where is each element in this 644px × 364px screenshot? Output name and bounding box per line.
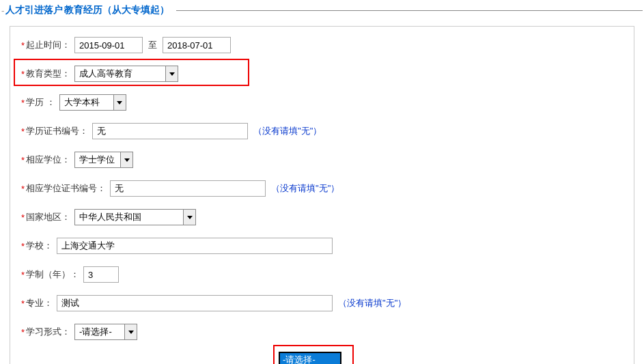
page-header: - 人才引进落户 教育经历（从大专填起） [0,0,644,19]
required-marker: * [21,155,25,165]
xuewei-cert-input[interactable] [110,180,266,197]
country-value: 中华人民共和国 [75,211,183,223]
required-marker: * [21,69,25,79]
study-form-value: -请选择- [75,326,124,338]
row-edu-type: * 教育类型： 成人高等教育 [21,65,623,83]
study-form-select[interactable]: -请选择- [74,324,137,340]
hint-none-2: （没有请填"无"） [271,182,339,195]
chevron-down-icon [113,95,126,110]
label-country: 国家地区： [26,211,70,223]
dropdown-option-placeholder[interactable]: -请选择- [280,353,340,364]
chevron-down-icon [165,66,178,81]
chevron-down-icon [120,152,132,167]
degree-value: 大学本科 [60,96,113,109]
required-marker: * [21,40,25,51]
degree-cert-input[interactable] [92,123,248,139]
row-country: * 国家地区： 中华人民共和国 [21,208,623,226]
label-to: 至 [148,39,157,51]
degree-select[interactable]: 大学本科 [59,94,126,111]
prior-zhuanke-dropdown[interactable]: -请选择- 否 是 [279,352,341,364]
required-marker: * [21,270,25,280]
row-degree-cert: * 学历证书编号： （没有请填"无"） [21,122,623,140]
header-divider [176,10,643,11]
country-select[interactable]: 中华人民共和国 [74,209,196,225]
row-xuewei: * 相应学位： 学士学位 [21,151,623,169]
end-date-input[interactable] [163,37,231,53]
label-edu-type: 教育类型： [26,68,70,80]
label-date-range: 起止时间： [26,39,70,51]
hint-none-1: （没有请填"无"） [253,125,322,137]
required-marker: * [21,298,25,309]
label-major: 专业： [26,297,53,309]
row-major: * 专业： （没有请填"无"） [21,294,623,312]
form-container: * 起止时间： 至 * 教育类型： 成人高等教育 * 学历 ： 大学本科 * 学… [10,26,634,364]
label-xuewei-cert: 相应学位证书编号： [26,182,106,195]
header-dash: - [1,5,4,16]
school-input[interactable] [57,238,333,254]
label-degree-cert: 学历证书编号： [26,125,88,137]
label-study-form: 学习形式： [26,326,70,338]
required-marker: * [21,98,25,108]
edu-type-value: 成人高等教育 [75,68,165,80]
row-prior-zhuanke: * 是否专转本、专升本、自考本科学历，是否持有前置专科学历： -请选择- 否 是 [21,352,623,364]
row-study-form: * 学习形式： -请选择- [21,323,623,341]
chevron-down-icon [124,324,137,339]
label-study-years: 学制（年）： [26,268,79,281]
start-date-input[interactable] [74,37,143,53]
label-degree: 学历 ： [26,96,55,109]
xuewei-select[interactable]: 学士学位 [74,152,133,168]
row-study-years: * 学制（年）： [21,266,623,283]
breadcrumb-1: 人才引进落户 [5,4,63,16]
row-date-range: * 起止时间： 至 [21,36,623,54]
required-marker: * [21,184,25,194]
edu-type-select[interactable]: 成人高等教育 [74,66,178,82]
row-degree: * 学历 ： 大学本科 [21,94,623,111]
label-school: 学校： [26,240,53,252]
page-title: 教育经历（从大专填起） [64,4,169,16]
xuewei-value: 学士学位 [75,154,120,166]
hint-none-3: （没有请填"无"） [338,297,406,309]
required-marker: * [21,126,25,137]
study-years-input[interactable] [83,266,119,283]
required-marker: * [21,327,25,337]
required-marker: * [21,241,25,251]
major-input[interactable] [57,295,333,311]
row-school: * 学校： [21,237,623,255]
row-xuewei-cert: * 相应学位证书编号： （没有请填"无"） [21,180,623,197]
chevron-down-icon [183,210,195,225]
required-marker: * [21,212,25,223]
label-xuewei: 相应学位： [26,154,70,166]
